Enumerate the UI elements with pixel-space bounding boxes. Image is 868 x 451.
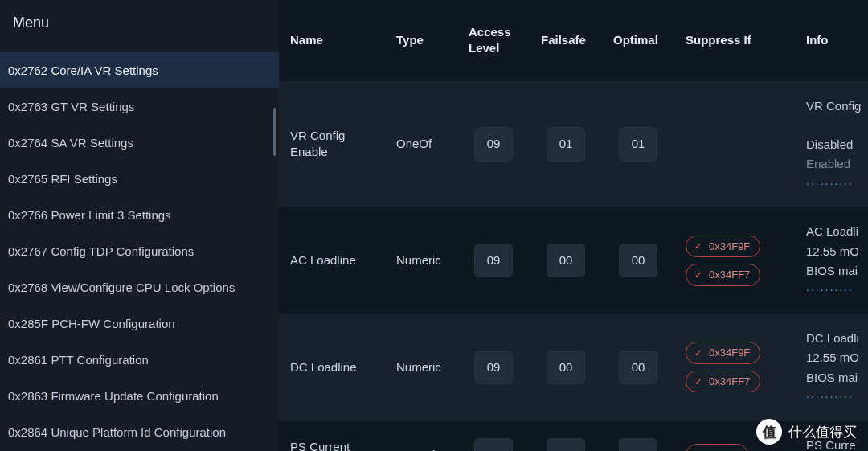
col-header-optimal: Optimal [602,0,674,81]
suppress-chip[interactable]: ✓0x34FF7 [686,371,760,393]
access-input[interactable]: 09 [474,127,513,161]
cell-info: DC Loadli12.55 mOBIOS mai·········· [795,314,868,420]
cell-suppress: ✓0x34F9F✓0x34FF7 [674,314,795,420]
optimal-input[interactable]: 00 [619,244,657,277]
info-line: Disabled [806,137,853,153]
sidebar-item[interactable]: 0x2765 RFI Settings [0,161,279,197]
table-row: AC LoadlineNumeric090000✓0x34F9F✓0x34FF7… [279,207,868,314]
sidebar-scrollbar[interactable] [273,108,276,156]
menu-list: 0x2762 Core/IA VR Settings0x2763 GT VR S… [0,52,279,450]
suppress-chip-label: 0x34FF7 [709,268,750,282]
optimal-input[interactable]: 01 [619,127,657,161]
col-header-access: Access Level [457,0,530,81]
check-icon: ✓ [693,240,704,252]
watermark-text: 什么值得买 [788,423,857,441]
suppress-chip[interactable]: ✓0x34FF7 [686,264,760,286]
sidebar: Menu 0x2762 Core/IA VR Settings0x2763 GT… [0,0,279,451]
check-icon: ✓ [693,347,704,359]
table-header-row: Name Type Access Level Failsafe Optimal … [279,0,868,82]
sidebar-item[interactable]: 0x2864 Unique Platform Id Configuration [0,414,279,450]
cell-name: DC Loadline [279,314,385,420]
access-input[interactable]: 09 [474,244,513,277]
info-line [806,117,809,133]
info-line: 12.55 mO [806,244,859,260]
suppress-chip-label: 0x34F9F [709,240,750,254]
cell-optimal: 00 [602,314,674,420]
sidebar-item[interactable]: 0x2861 PTT Configuration [0,342,279,378]
info-line: VR Config [806,98,861,114]
cell-optimal: 01 [602,82,674,207]
sidebar-item[interactable]: 0x2762 Core/IA VR Settings [0,52,279,88]
suppress-chip-label: 0x34FF7 [709,375,750,389]
sidebar-title: Menu [0,0,279,52]
cell-optimal: 00 [602,207,674,314]
cell-failsafe: 01 [530,82,602,207]
info-line: AC Loadli [806,223,858,240]
cell-access: 09 [457,314,530,420]
sidebar-item[interactable]: 0x2767 Config TDP Configurations [0,233,279,269]
check-icon: ✓ [693,269,704,281]
info-line: BIOS mai [806,370,858,386]
info-line: DC Loadli [806,330,859,346]
access-input[interactable]: 09 [474,351,513,384]
cell-access: 09 [457,421,530,451]
info-expand[interactable]: ·········· [806,176,854,191]
cell-name: AC Loadline [279,207,385,314]
col-header-name: Name [279,0,385,81]
cell-suppress: ✓0x34F9F✓0x34FF7 [674,207,795,314]
watermark: 值 什么值得买 [756,419,857,445]
info-line: Enabled [806,156,850,172]
cell-optimal: 00 [602,421,674,451]
sidebar-item[interactable]: 0x285F PCH-FW Configuration [0,305,279,342]
access-input[interactable]: 09 [474,438,513,451]
col-header-suppress: Suppress If [674,0,795,81]
table-row: VR Config EnableOneOf090101VR Config Dis… [279,82,868,208]
info-line: BIOS mai [806,263,858,279]
info-line: 12.55 mO [806,350,859,366]
sidebar-item[interactable]: 0x2764 SA VR Settings [0,125,279,161]
sidebar-item[interactable]: 0x2766 Power Limit 3 Settings [0,197,279,233]
failsafe-input[interactable]: 00 [547,351,585,384]
sidebar-item[interactable]: 0x2863 Firmware Update Configuration [0,378,279,414]
suppress-chip-label: 0x34F9F [709,346,750,360]
optimal-input[interactable]: 00 [619,351,657,384]
cell-suppress [674,82,795,207]
cell-type: OneOf [385,82,457,207]
settings-table: Name Type Access Level Failsafe Optimal … [279,0,868,451]
cell-type: Numeric [385,421,457,451]
failsafe-input[interactable]: 01 [547,127,585,161]
suppress-chip[interactable]: ✓0x34F [686,444,748,451]
cell-name: PS Current Threshold1 [279,421,385,451]
cell-access: 09 [457,82,530,207]
suppress-chip[interactable]: ✓0x34F9F [686,342,760,364]
suppress-chip[interactable]: ✓0x34F9F [686,236,760,258]
cell-type: Numeric [385,207,457,314]
col-header-info: Info [795,0,868,81]
watermark-badge-icon: 值 [756,419,782,445]
table-row: DC LoadlineNumeric090000✓0x34F9F✓0x34FF7… [279,314,868,421]
failsafe-input[interactable]: 00 [547,244,585,277]
info-expand[interactable]: ·········· [806,389,854,404]
cell-type: Numeric [385,314,457,420]
cell-failsafe: 00 [530,314,602,420]
col-header-failsafe: Failsafe [530,0,602,81]
cell-info: VR Config DisabledEnabled·········· [795,82,868,207]
cell-failsafe: 00 [530,207,602,314]
suppress-chip-label: 0x34F [709,448,738,451]
sidebar-item[interactable]: 0x2768 View/Configure CPU Lock Options [0,269,279,305]
col-header-type: Type [385,0,457,81]
check-icon: ✓ [693,376,704,387]
sidebar-item[interactable]: 0x2763 GT VR Settings [0,88,279,125]
cell-info: AC Loadli12.55 mOBIOS mai·········· [795,207,868,314]
cell-access: 09 [457,207,530,314]
failsafe-input[interactable]: 00 [547,438,585,451]
cell-failsafe: 00 [530,421,602,451]
optimal-input[interactable]: 00 [619,438,657,451]
main-panel: Name Type Access Level Failsafe Optimal … [279,0,868,451]
cell-name: VR Config Enable [279,82,385,207]
info-expand[interactable]: ·········· [806,282,854,297]
